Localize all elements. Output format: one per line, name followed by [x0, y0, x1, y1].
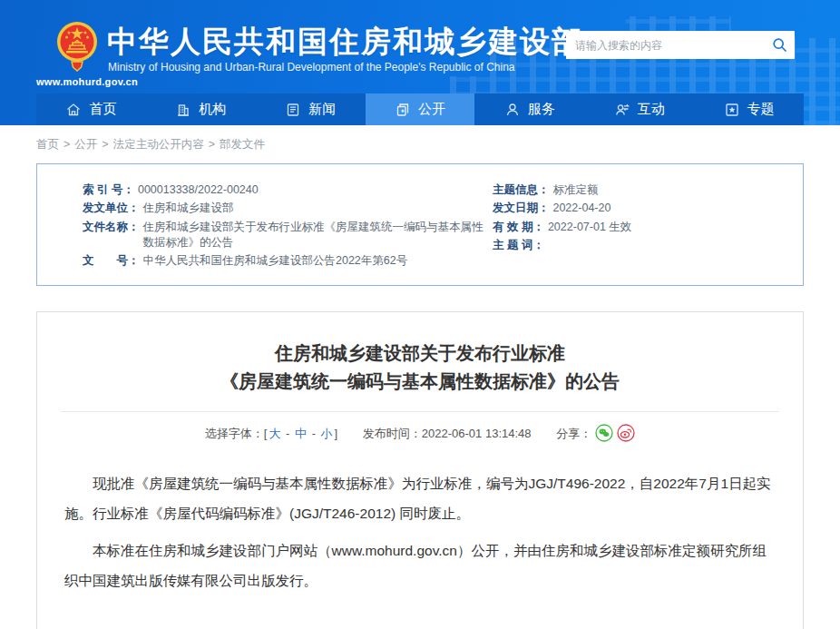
font-size-large-link[interactable]: 大 — [269, 427, 280, 440]
site-title-english: Ministry of Housing and Urban-Rural Deve… — [108, 61, 515, 74]
nav-item-organization[interactable]: 机构 — [146, 93, 256, 125]
nav-label: 机构 — [199, 101, 226, 118]
meta-value: 住房和城乡建设部关于发布行业标准《房屋建筑统一编码与基本属性数据标准》的公告 — [143, 220, 489, 251]
meta-row-topic-info: 主题信息： 标准定额 — [493, 182, 803, 198]
breadcrumb-separator: > — [209, 138, 215, 151]
article-panel: 住房和城乡建设部关于发布行业标准 《房屋建筑统一编码与基本属性数据标准》的公告 … — [36, 311, 804, 629]
disclosure-icon — [395, 102, 411, 118]
service-icon — [504, 102, 521, 118]
site-header: 中华人民共和国住房和城乡建设部 Ministry of Housing and … — [0, 0, 840, 125]
nav-label: 公开 — [418, 101, 445, 118]
meta-row-document-name: 文件名称： 住房和城乡建设部关于发布行业标准《房屋建筑统一编码与基本属性数据标准… — [83, 220, 489, 251]
metadata-right-column: 主题信息： 标准定额 发文日期： 2022-04-20 有 效 期： 2022-… — [489, 179, 803, 272]
breadcrumb-link-home[interactable]: 首页 — [36, 138, 59, 151]
nav-item-disclosure[interactable]: 公开 — [366, 93, 475, 125]
meta-value: 2022-04-20 — [552, 201, 610, 216]
breadcrumb-link-ministry-documents[interactable]: 部发文件 — [220, 138, 265, 151]
search-button[interactable] — [764, 31, 795, 59]
bracket: ] — [335, 427, 338, 440]
bracket: [ — [264, 427, 268, 440]
nav-label: 服务 — [528, 101, 555, 118]
font-size-selector: 选择字体：[大 - 中 - 小] — [205, 427, 337, 440]
meta-label: 有 效 期： — [493, 220, 544, 235]
site-url-text: www.mohurd.gov.cn — [36, 76, 138, 87]
site-title: 中华人民共和国住房和城乡建设部 — [107, 22, 583, 63]
national-emblem-logo — [54, 20, 100, 73]
meta-row-issue-date: 发文日期： 2022-04-20 — [493, 201, 803, 216]
dash: - — [308, 427, 319, 440]
meta-label: 索 引 号： — [83, 182, 134, 198]
publish-time-value: 2022-06-01 13:14:48 — [422, 427, 532, 440]
publish-time-label: 发布时间： — [363, 427, 422, 440]
breadcrumb: 首页>公开>法定主动公开内容>部发文件 — [36, 137, 804, 152]
meta-row-issuing-unit: 发文单位： 住房和城乡建设部 — [83, 201, 489, 216]
nav-label: 首页 — [89, 101, 116, 118]
font-size-label: 选择字体： — [205, 427, 264, 440]
nav-label: 互动 — [638, 101, 665, 118]
search-icon — [772, 37, 787, 53]
meta-label: 主题信息： — [493, 182, 550, 198]
search-box — [566, 31, 795, 59]
article-title-line2: 《房屋建筑统一编码与基本属性数据标准》的公告 — [220, 371, 620, 391]
nav-item-interaction[interactable]: 互动 — [584, 93, 694, 125]
article-paragraph-2: 本标准在住房和城乡建设部门户网站（www.mohurd.gov.cn）公开，并由… — [64, 536, 776, 596]
title-divider — [61, 411, 779, 412]
main-navigation: 首页 机构 新闻 公开 服务 — [36, 93, 804, 125]
article-title: 住房和城乡建设部关于发布行业标准 《房屋建筑统一编码与基本属性数据标准》的公告 — [59, 339, 781, 396]
home-icon — [65, 102, 82, 118]
article-title-line1: 住房和城乡建设部关于发布行业标准 — [275, 343, 565, 363]
meta-label: 主 题 词： — [493, 238, 544, 253]
search-input[interactable] — [566, 31, 764, 59]
organization-icon — [175, 102, 191, 118]
meta-label: 发文单位： — [83, 201, 140, 216]
font-size-medium-link[interactable]: 中 — [295, 427, 307, 440]
article-paragraph-1: 现批准《房屋建筑统一编码与基本属性数据标准》为行业标准，编号为JGJ/T496-… — [64, 468, 776, 529]
meta-value: 住房和城乡建设部 — [143, 201, 234, 216]
meta-label: 发文日期： — [493, 201, 550, 216]
meta-value: 2022-07-01 生效 — [548, 220, 631, 235]
metadata-left-column: 索 引 号： 000013338/2022-00240 发文单位： 住房和城乡建… — [37, 179, 489, 272]
article-toolbar: 选择字体：[大 - 中 - 小] 发布时间：2022-06-01 13:14:4… — [59, 424, 781, 445]
meta-row-keywords: 主 题 词： — [493, 238, 803, 253]
meta-value: 000013338/2022-00240 — [138, 182, 259, 198]
meta-label: 文 号： — [83, 253, 140, 269]
dash: - — [282, 427, 293, 440]
meta-value: 标准定额 — [552, 182, 598, 198]
weibo-share-icon[interactable] — [617, 424, 635, 445]
interaction-icon — [614, 102, 630, 118]
meta-label: 文件名称： — [83, 220, 140, 251]
breadcrumb-link-statutory-content[interactable]: 法定主动公开内容 — [113, 138, 204, 151]
nav-label: 新闻 — [308, 101, 336, 118]
breadcrumb-separator: > — [63, 138, 70, 151]
publish-time-group: 发布时间：2022-06-01 13:14:48 — [363, 427, 532, 440]
share-group: 分享： — [556, 427, 635, 440]
breadcrumb-separator: > — [102, 138, 108, 151]
meta-row-document-number: 文 号： 中华人民共和国住房和城乡建设部公告2022年第62号 — [83, 253, 489, 269]
article-body: 现批准《房屋建筑统一编码与基本属性数据标准》为行业标准，编号为JGJ/T496-… — [59, 468, 781, 596]
nav-item-service[interactable]: 服务 — [474, 93, 584, 125]
meta-row-effective-date: 有 效 期： 2022-07-01 生效 — [493, 220, 803, 235]
nav-item-home[interactable]: 首页 — [36, 93, 146, 125]
meta-row-index-number: 索 引 号： 000013338/2022-00240 — [83, 182, 489, 198]
news-icon — [285, 102, 301, 118]
font-size-small-link[interactable]: 小 — [321, 427, 333, 440]
nav-item-news[interactable]: 新闻 — [256, 93, 366, 125]
topics-icon — [724, 102, 740, 118]
breadcrumb-link-disclosure[interactable]: 公开 — [74, 138, 97, 151]
nav-item-topics[interactable]: 专题 — [694, 93, 804, 125]
document-metadata-panel: 索 引 号： 000013338/2022-00240 发文单位： 住房和城乡建… — [36, 163, 804, 286]
share-label: 分享： — [556, 427, 591, 440]
nav-label: 专题 — [747, 101, 775, 118]
wechat-share-icon[interactable] — [595, 424, 613, 445]
meta-value: 中华人民共和国住房和城乡建设部公告2022年第62号 — [143, 253, 408, 269]
